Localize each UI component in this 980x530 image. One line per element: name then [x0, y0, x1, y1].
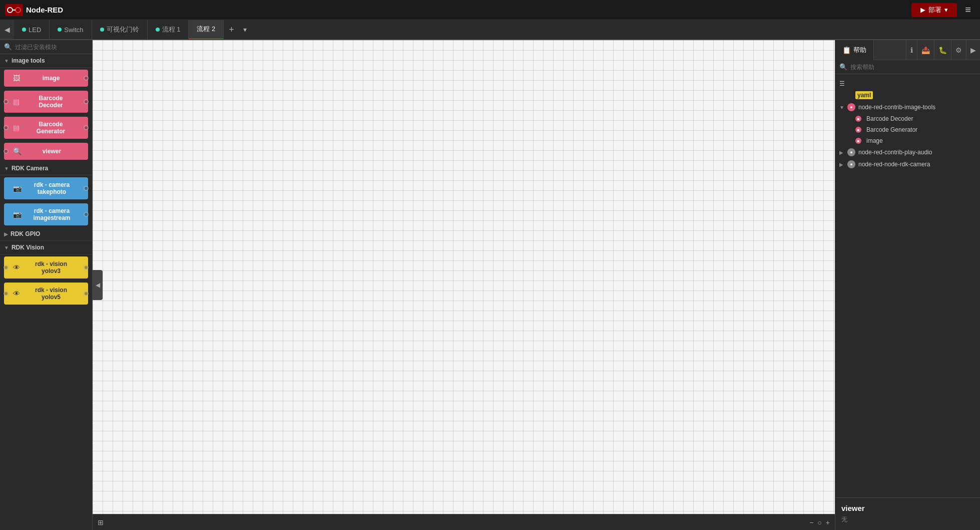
rdk-camera-pkg-icon: ● — [847, 160, 855, 168]
rp-tree-barcode-generator-label: Barcode Generator — [866, 126, 917, 133]
section-chevron-icon: ▼ — [4, 58, 9, 64]
vision-yolov3-icon: 👁 — [13, 263, 20, 272]
canvas-zoom-in-button[interactable]: + — [826, 518, 830, 526]
rp-tree-barcode-generator[interactable]: ■ Barcode Generator — [835, 124, 980, 135]
image-tools-pkg-icon: ● — [847, 103, 855, 111]
rdk-camera-chevron-icon: ▶ — [839, 162, 844, 167]
menu-button[interactable]: ≡ — [961, 2, 975, 18]
node-rdk-camera-imagestream[interactable]: 📷 rdk - cameraimagestream — [4, 203, 88, 225]
barcode-decoder-tree-icon: ■ — [855, 116, 861, 122]
deploy-icon: ▶ — [920, 6, 925, 14]
add-tab-button[interactable]: + — [224, 25, 239, 35]
canvas-area[interactable]: ◀ ⊞ − ○ + — [93, 40, 835, 530]
node-rdk-vision-yolov3[interactable]: 👁 rdk - visionyolov3 — [4, 256, 88, 279]
node-rdk-vision-yolov3-label: rdk - visionyolov3 — [23, 260, 79, 275]
rp-tree-list-toggle[interactable]: ☰ — [835, 78, 980, 89]
yaml-icon: yaml — [855, 91, 873, 99]
rp-info-button[interactable]: ℹ — [906, 40, 917, 60]
deploy-label: 部署 — [928, 6, 941, 15]
logo-icon — [5, 4, 23, 16]
canvas-zoom-reset-button[interactable]: ○ — [817, 518, 821, 526]
rp-tree-image-tools-label: node-red-contrib-image-tools — [858, 104, 935, 111]
rp-search-input[interactable] — [850, 64, 976, 71]
node-rdk-camera-takephoto-label: rdk - cameratakephoto — [25, 181, 79, 195]
rp-settings-button[interactable]: ⚙ — [951, 40, 966, 60]
rp-tree-image-tools[interactable]: ▼ ● node-red-contrib-image-tools — [835, 101, 980, 113]
rp-tree: ☰ yaml ▼ ● node-red-contrib-image-tools … — [835, 74, 980, 497]
canvas-grid: ◀ — [93, 40, 835, 530]
vision-yolov5-icon: 👁 — [13, 290, 20, 298]
section-rdk-camera[interactable]: ▼ RDK Camera — [0, 162, 92, 175]
image-node-icon: 🖼 — [13, 74, 20, 82]
node-barcode-decoder-port-left — [4, 99, 9, 104]
node-rdk-vision-yolov3-port-left — [4, 265, 9, 270]
rp-tab-help-label: 帮助 — [853, 46, 866, 55]
tab-doorbell-label: 可视化门铃 — [107, 25, 139, 34]
node-viewer-label: viewer — [25, 148, 79, 155]
canvas-collapse-button[interactable]: ◀ — [93, 270, 103, 300]
section-image-tools[interactable]: ▼ image tools — [0, 54, 92, 68]
tab-dot — [22, 28, 26, 32]
rp-info: viewer 无 — [835, 497, 980, 530]
tab-dot — [156, 28, 160, 32]
node-rdk-vision-yolov3-inner: 👁 rdk - visionyolov3 — [4, 260, 88, 275]
rp-tree-play-audio[interactable]: ▶ ● node-red-contrib-play-audio — [835, 146, 980, 158]
canvas-map-button[interactable]: ⊞ — [98, 518, 104, 526]
node-barcode-decoder-inner: ▤ BarcodeDecoder — [4, 95, 88, 109]
rp-collapse-button[interactable]: ▶ — [966, 40, 980, 60]
rp-export-button[interactable]: 📤 — [917, 40, 934, 60]
rp-tree-yaml[interactable]: yaml — [835, 89, 980, 101]
tab-doorbell[interactable]: 可视化门铃 — [92, 20, 148, 40]
section-rdk-camera-chevron-icon: ▼ — [4, 166, 9, 171]
rp-tree-image[interactable]: ■ image — [835, 135, 980, 146]
tab-switch[interactable]: Switch — [50, 20, 92, 40]
tab-flow2[interactable]: 流程 2 — [189, 20, 224, 40]
node-rdk-vision-yolov5[interactable]: 👁 rdk - visionyolov5 — [4, 283, 88, 305]
tab-led[interactable]: LED — [14, 20, 50, 40]
node-barcode-generator-inner: ▤ BarcodeGenerator — [4, 121, 88, 135]
node-viewer-inner: 🔍 viewer — [4, 147, 88, 155]
sidebar-toggle-button[interactable]: ◀ — [0, 20, 14, 40]
viewer-icon: 🔍 — [13, 147, 22, 155]
node-barcode-decoder-port-right — [84, 99, 89, 104]
deploy-button[interactable]: ▶ 部署 ▾ — [911, 3, 957, 17]
node-barcode-generator-port-right — [84, 125, 89, 130]
rp-actions: ℹ 📤 🐛 ⚙ ▶ — [906, 40, 980, 60]
rp-tab-help[interactable]: 📋 帮助 — [835, 40, 874, 60]
node-barcode-generator[interactable]: ▤ BarcodeGenerator — [4, 117, 88, 139]
rp-tree-rdk-camera[interactable]: ▶ ● node-red-node-rdk-camera — [835, 158, 980, 170]
tab-flow1-label: 流程 1 — [162, 25, 181, 34]
search-input[interactable] — [15, 44, 90, 51]
tab-bar: ◀ LED Switch 可视化门铃 流程 1 流程 2 + ▾ — [0, 20, 980, 40]
node-image-inner: 🖼 image — [4, 74, 88, 82]
node-rdk-camera-takephoto[interactable]: 📷 rdk - cameratakephoto — [4, 177, 88, 199]
tab-led-label: LED — [29, 26, 41, 34]
node-viewer[interactable]: 🔍 viewer — [4, 143, 88, 160]
rp-tree-image-label: image — [866, 137, 883, 144]
main-layout: 🔍 ▼ image tools 🖼 image ▤ BarcodeDecoder — [0, 40, 980, 530]
section-rdk-vision[interactable]: ▼ RDK Vision — [0, 241, 92, 254]
tab-chevron-button[interactable]: ▾ — [239, 26, 251, 34]
tab-switch-label: Switch — [64, 26, 83, 34]
rp-tree-rdk-camera-label: node-red-node-rdk-camera — [858, 161, 930, 168]
barcode-generator-icon: ▤ — [13, 124, 20, 132]
rp-search-icon: 🔍 — [839, 63, 847, 71]
node-image-port-right — [84, 76, 89, 81]
node-rdk-vision-yolov5-inner: 👁 rdk - visionyolov5 — [4, 287, 88, 301]
section-rdk-gpio[interactable]: ▶ RDK GPIO — [0, 227, 92, 241]
section-rdk-vision-label: RDK Vision — [12, 244, 44, 251]
node-image[interactable]: 🖼 image — [4, 70, 88, 87]
rp-tree-barcode-decoder[interactable]: ■ Barcode Decoder — [835, 113, 980, 124]
rp-debug-button[interactable]: 🐛 — [934, 40, 951, 60]
node-rdk-vision-yolov5-port-right — [84, 291, 89, 296]
barcode-generator-tree-icon: ■ — [855, 127, 861, 133]
section-rdk-gpio-chevron-icon: ▶ — [4, 231, 8, 237]
node-barcode-decoder[interactable]: ▤ BarcodeDecoder — [4, 91, 88, 113]
app-title: Node-RED — [26, 6, 63, 14]
canvas-zoom-out-button[interactable]: − — [809, 518, 813, 526]
camera-takephoto-icon: 📷 — [13, 184, 22, 192]
right-panel-header: 📋 帮助 ℹ 📤 🐛 ⚙ ▶ — [835, 40, 980, 60]
tab-flow1[interactable]: 流程 1 — [148, 20, 189, 40]
node-barcode-decoder-label: BarcodeDecoder — [23, 95, 79, 109]
search-bar: 🔍 — [0, 40, 92, 54]
